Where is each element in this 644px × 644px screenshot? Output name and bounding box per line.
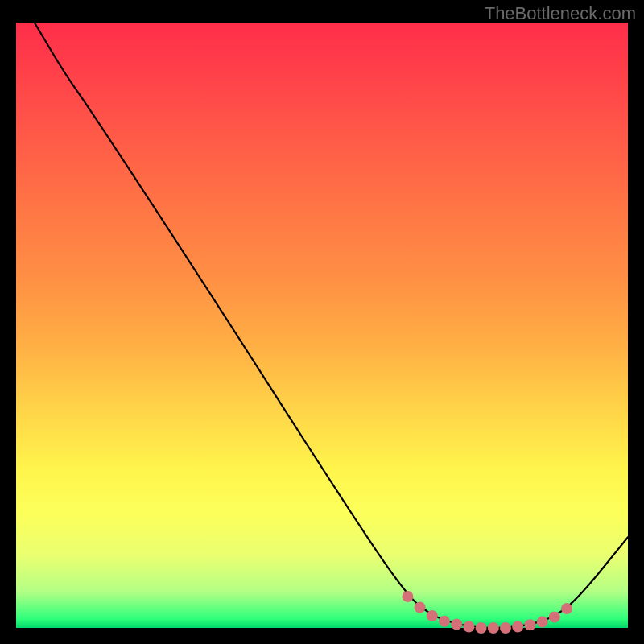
chart-plot-area [16,23,628,628]
highlight-dot [524,619,535,630]
bottleneck-curve [35,23,628,628]
highlight-dot [463,621,474,633]
highlight-dot [488,622,499,634]
highlight-dot [415,601,426,613]
highlight-dot [512,621,523,633]
highlight-dot [500,622,511,634]
attribution-text: TheBottleneck.com [485,3,636,24]
highlight-dot [427,610,438,621]
highlight-dot [439,616,450,627]
highlight-dot [402,591,413,602]
chart-svg [16,23,628,628]
highlight-dot [537,616,548,627]
highlight-dot [561,603,572,614]
highlight-dot [476,622,487,634]
highlight-dot [451,618,462,630]
highlight-dot [549,611,560,622]
